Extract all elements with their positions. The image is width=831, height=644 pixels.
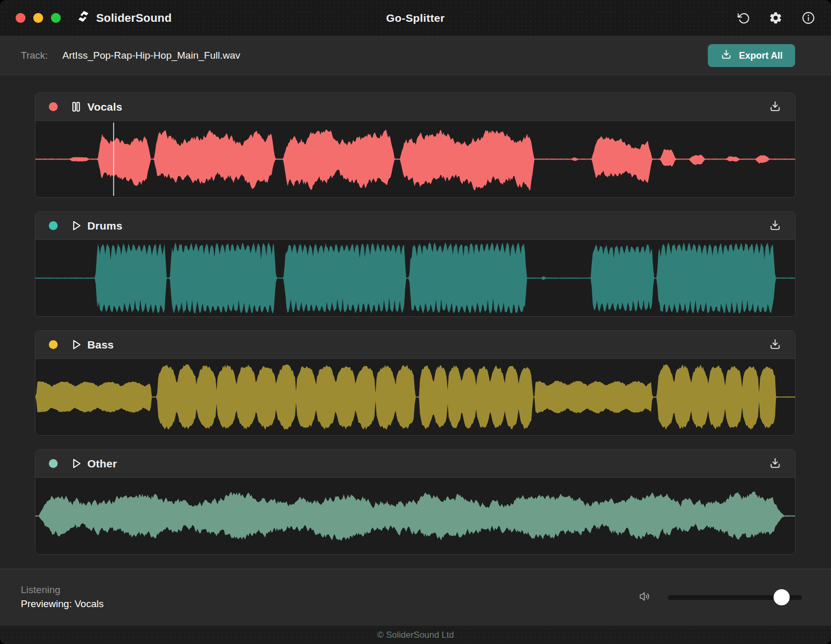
stem-header: Other (35, 450, 795, 478)
brand-logo-icon (76, 9, 90, 26)
stem-row-other: Other (35, 449, 796, 555)
stem-name: Drums (87, 220, 123, 232)
stem-name: Bass (87, 339, 114, 351)
reset-button[interactable] (736, 11, 750, 25)
stem-color-dot (49, 221, 58, 230)
pause-icon (70, 100, 83, 113)
track-label: Track: (21, 50, 48, 61)
stem-row-vocals: Vocals (35, 92, 796, 198)
waveform-vocals[interactable] (35, 121, 795, 197)
play-button[interactable] (70, 338, 83, 351)
pause-button[interactable] (70, 100, 83, 113)
stem-name: Vocals (87, 101, 122, 113)
status-label: Listening (21, 583, 103, 597)
speaker-icon[interactable] (638, 589, 652, 606)
volume-control (638, 589, 810, 606)
settings-button[interactable] (769, 11, 783, 25)
stem-download-button[interactable] (769, 219, 782, 233)
stem-header: Bass (35, 331, 795, 359)
stem-header: Drums (35, 212, 795, 240)
export-all-button[interactable]: Export All (708, 44, 795, 67)
stem-download-button[interactable] (769, 338, 782, 352)
stem-name: Other (87, 458, 117, 470)
play-button[interactable] (70, 219, 83, 232)
download-icon (769, 219, 782, 233)
export-all-label: Export All (739, 50, 783, 61)
titlebar: SoliderSound Go-Splitter (0, 0, 831, 36)
window-controls (16, 13, 61, 23)
download-icon (720, 48, 732, 63)
close-window-button[interactable] (16, 13, 25, 23)
download-icon (769, 338, 782, 352)
play-icon (70, 338, 83, 351)
waveform-drums[interactable] (35, 240, 795, 316)
settings-icon (769, 11, 783, 25)
footer: © SoliderSound Ltd (0, 625, 831, 644)
info-button[interactable] (801, 11, 815, 25)
waveform-bass[interactable] (35, 359, 795, 435)
brand-name: SoliderSound (96, 11, 172, 25)
app-window: SoliderSound Go-Splitter (0, 0, 831, 644)
stem-row-bass: Bass (35, 330, 796, 436)
download-icon (769, 100, 782, 114)
stem-color-dot (49, 459, 58, 468)
brand: SoliderSound (76, 9, 172, 26)
volume-knob[interactable] (774, 589, 790, 606)
stem-color-dot (49, 340, 58, 349)
stems-list: Vocals (0, 75, 831, 569)
trackbar: Track: ArtIss_Pop-Rap-Hip-Hop_Main_Full.… (0, 36, 831, 75)
download-icon (769, 457, 782, 471)
track-filename: ArtIss_Pop-Rap-Hip-Hop_Main_Full.wav (62, 50, 240, 61)
stem-download-button[interactable] (769, 457, 782, 471)
zoom-window-button[interactable] (51, 13, 61, 23)
copyright-text: © SoliderSound Ltd (377, 630, 454, 640)
statusbar: Listening Previewing: Vocals (0, 569, 831, 625)
stem-download-button[interactable] (769, 100, 782, 114)
stem-color-dot (49, 102, 58, 111)
play-button[interactable] (70, 457, 83, 470)
info-icon (801, 11, 815, 25)
stem-header: Vocals (35, 93, 795, 121)
stem-row-drums: Drums (35, 211, 796, 317)
minimize-window-button[interactable] (33, 13, 43, 23)
app-title: Go-Splitter (386, 12, 445, 24)
volume-slider[interactable] (668, 595, 802, 600)
reset-icon (736, 11, 750, 25)
play-icon (70, 219, 83, 232)
waveform-other[interactable] (35, 478, 795, 554)
play-icon (70, 457, 83, 470)
status-lines: Listening Previewing: Vocals (21, 583, 103, 611)
previewing-label: Previewing: Vocals (21, 597, 103, 611)
titlebar-actions (736, 11, 815, 25)
